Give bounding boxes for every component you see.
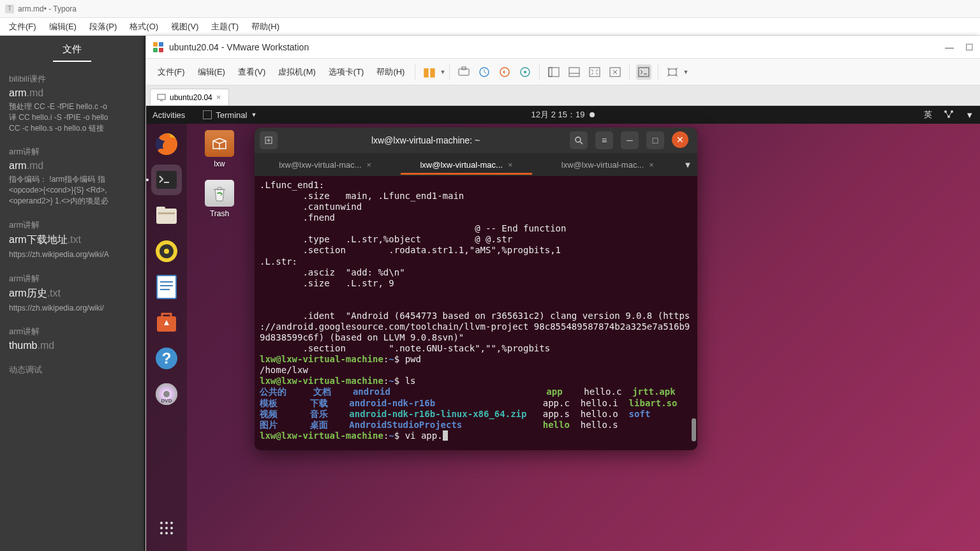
- sidebar-item[interactable]: bilibili课件 arm.md 预处理 CC -E -fPIE hello.…: [9, 73, 135, 133]
- show-apps-button[interactable]: [151, 513, 182, 543]
- sidebar-item[interactable]: arm讲解 arm.md 指令编码： !arm指令编码 指 <opcode>{<…: [9, 146, 135, 206]
- terminal-dock-icon[interactable]: [151, 165, 182, 195]
- menu-format[interactable]: 格式(O): [123, 21, 165, 33]
- pause-vm-button[interactable]: ▮▮: [422, 64, 437, 80]
- svg-rect-2: [153, 48, 158, 52]
- libreoffice-writer-icon[interactable]: [151, 272, 182, 302]
- system-menu[interactable]: ▼: [965, 110, 974, 120]
- vmware-titlebar: ubuntu20.04 - VMware Workstation — ☐: [146, 36, 980, 59]
- menu-file[interactable]: 文件(F): [3, 21, 43, 33]
- snapshot-revert-icon[interactable]: [497, 64, 512, 80]
- files-icon[interactable]: [151, 200, 182, 231]
- vm-menu-help[interactable]: 帮助(H): [370, 66, 411, 78]
- svg-rect-24: [156, 171, 177, 189]
- svg-point-9: [524, 71, 526, 73]
- unity-icon[interactable]: [607, 64, 623, 80]
- close-tab-icon[interactable]: ×: [216, 92, 221, 102]
- search-button[interactable]: [570, 131, 588, 149]
- scrollbar[interactable]: [692, 418, 696, 441]
- close-tab-icon[interactable]: ×: [367, 160, 372, 170]
- svg-rect-18: [158, 94, 165, 99]
- minimize-button[interactable]: —: [945, 42, 954, 52]
- vm-menu-edit[interactable]: 编辑(E): [191, 66, 232, 78]
- terminal-tabs: lxw@lxw-virtual-mac...× lxw@lxw-virtual-…: [255, 153, 697, 176]
- ubuntu-desktop: Activities Terminal ▼ 12月 2 15：19 英 ▼: [146, 106, 980, 551]
- terminal-tab[interactable]: lxw@lxw-virtual-mac...×: [396, 155, 537, 175]
- svg-rect-27: [158, 212, 175, 214]
- sidebar-item[interactable]: 动态调试: [9, 364, 135, 376]
- maximize-button[interactable]: □: [646, 131, 664, 149]
- stretch-icon[interactable]: [665, 64, 680, 80]
- sidebar-item[interactable]: arm讲解 arm下载地址.txt https://zh.wikipedia.o…: [9, 219, 135, 260]
- snapshot-manager-icon[interactable]: [517, 64, 533, 80]
- menu-paragraph[interactable]: 段落(P): [83, 21, 123, 33]
- menu-edit[interactable]: 编辑(E): [43, 21, 83, 33]
- svg-line-48: [580, 142, 583, 144]
- clock[interactable]: 12月 2 15：19: [531, 109, 585, 121]
- rhythmbox-icon[interactable]: [151, 236, 182, 267]
- sidebar-item-folder: bilibili课件: [9, 73, 135, 85]
- vmware-app-icon: [152, 41, 164, 53]
- send-ctrl-alt-del-icon[interactable]: [456, 64, 471, 80]
- vm-tab[interactable]: ubuntu20.04 ×: [150, 89, 229, 105]
- activities-button[interactable]: Activities: [152, 110, 185, 120]
- vm-tab-label: ubuntu20.04: [170, 93, 212, 102]
- fullscreen-icon[interactable]: [587, 64, 602, 80]
- vm-menu-view[interactable]: 查看(V): [232, 66, 272, 78]
- sidebar-tab-files[interactable]: 文件: [53, 36, 91, 62]
- sidebar-item[interactable]: arm讲解 arm历史.txt https://zh.wikipedia.org…: [9, 273, 135, 314]
- terminal-window: lxw@lxw-virtual-machine: ~ ≡ ─ □ ✕ lxw@l…: [255, 128, 697, 450]
- monitor-icon: [157, 94, 166, 101]
- terminal-output[interactable]: .Lfunc_end1: .size main, .Lfunc_end1-mai…: [255, 176, 697, 450]
- svg-rect-3: [159, 48, 163, 52]
- menu-theme[interactable]: 主题(T): [205, 21, 245, 33]
- close-button[interactable]: ✕: [672, 131, 688, 148]
- svg-rect-25: [156, 209, 177, 224]
- svg-rect-31: [157, 276, 176, 298]
- pause-dropdown[interactable]: ▼: [440, 69, 445, 75]
- new-tab-button[interactable]: [260, 131, 278, 149]
- terminal-title: lxw@lxw-virtual-machine: ~: [281, 135, 570, 145]
- desktop-home-folder[interactable]: lxw: [197, 130, 242, 168]
- desktop-trash[interactable]: Trash: [197, 180, 242, 218]
- input-method[interactable]: 英: [924, 109, 932, 121]
- vm-menu-tabs[interactable]: 选项卡(T): [322, 66, 371, 78]
- vmware-window: ubuntu20.04 - VMware Workstation — ☐ 文件(…: [145, 36, 980, 551]
- close-tab-icon[interactable]: ×: [649, 160, 654, 170]
- menu-view[interactable]: 视图(V): [165, 21, 205, 33]
- maximize-button[interactable]: ☐: [965, 42, 974, 52]
- minimize-button[interactable]: ─: [621, 131, 639, 149]
- tab-dropdown-icon[interactable]: ▼: [678, 160, 697, 170]
- terminal-tab[interactable]: lxw@lxw-virtual-mac...×: [255, 155, 396, 175]
- menu-help[interactable]: 帮助(H): [245, 21, 286, 33]
- ubuntu-software-icon[interactable]: [151, 307, 182, 338]
- trash-icon: [205, 180, 234, 207]
- disc-icon[interactable]: DVD: [151, 379, 182, 409]
- console-icon[interactable]: [636, 64, 651, 80]
- terminal-indicator[interactable]: Terminal ▼: [203, 110, 256, 120]
- terminal-tab[interactable]: lxw@lxw-virtual-mac...×: [537, 155, 678, 175]
- snapshot-icon[interactable]: [477, 64, 492, 80]
- svg-text:?: ?: [162, 349, 172, 367]
- firefox-icon[interactable]: [151, 129, 182, 159]
- sidebar-item-preview: 预处理 CC -E -fPIE hello.c -o 译 CC hello.i …: [9, 101, 135, 133]
- close-tab-icon[interactable]: ×: [508, 160, 513, 170]
- svg-text:DVD: DVD: [161, 398, 172, 404]
- help-icon[interactable]: ?: [151, 343, 182, 374]
- svg-rect-12: [569, 68, 579, 77]
- terminal-icon: [203, 110, 212, 119]
- folder-icon: [205, 130, 234, 157]
- view-single-icon[interactable]: [546, 64, 561, 80]
- vm-menu-vm[interactable]: 虚拟机(M): [272, 66, 322, 78]
- notification-dot-icon: [590, 112, 595, 117]
- typora-title: arm.md• - Typora: [18, 4, 77, 13]
- vm-menu-file[interactable]: 文件(F): [151, 66, 191, 78]
- stretch-dropdown[interactable]: ▼: [683, 69, 688, 75]
- terminal-header[interactable]: lxw@lxw-virtual-machine: ~ ≡ ─ □ ✕: [255, 128, 697, 153]
- network-icon[interactable]: [944, 110, 954, 121]
- menu-button[interactable]: ≡: [595, 131, 613, 149]
- svg-rect-16: [639, 68, 649, 77]
- view-split-icon[interactable]: [567, 64, 582, 80]
- svg-rect-0: [153, 42, 158, 47]
- sidebar-item[interactable]: arm讲解 thumb.md: [9, 326, 135, 351]
